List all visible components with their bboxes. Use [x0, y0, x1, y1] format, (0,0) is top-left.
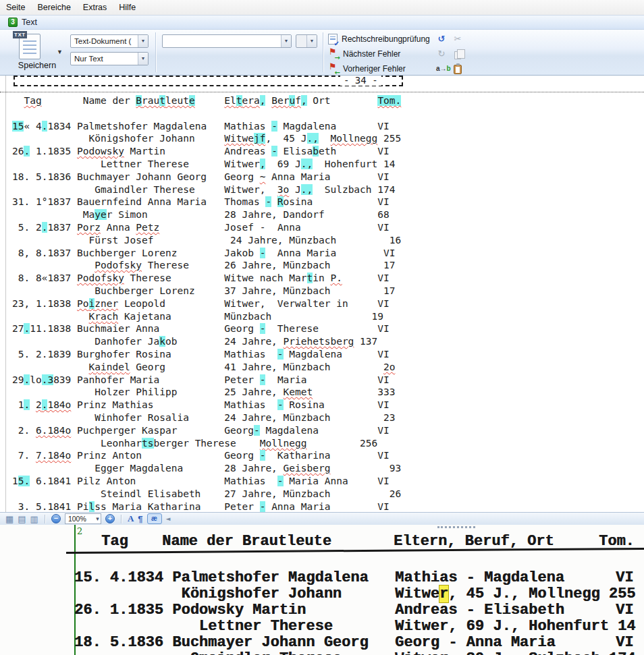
scan-row: Lettner ThereseWitwer, 69 J., Hohenfurt …	[0, 618, 644, 634]
collapse-arrow-icon[interactable]: ◄	[166, 515, 171, 522]
replace-b: b	[447, 65, 451, 72]
prev-error-flag-icon: ⚑←	[328, 63, 339, 74]
editor-line: 1. 2.184o Prinz Mathias Mathias - Rosina…	[12, 399, 401, 411]
paste-icon[interactable]	[454, 65, 462, 74]
spellcheck-icon	[328, 34, 338, 45]
combo-arrow-icon[interactable]	[138, 53, 148, 65]
editor-line: Gmaindler Therese Witwer, 3o J., Sulzbac…	[12, 183, 401, 196]
scan-row-left: 26. 1.1835 Podowsky Martin	[74, 602, 306, 619]
combo-arrow-icon[interactable]	[281, 35, 291, 47]
page-separator-line	[0, 92, 644, 92]
text-mode-value: Nur Text	[74, 55, 103, 63]
editor-line: Holzer Philipp 25 Jahre, Kemet 333	[12, 386, 401, 399]
zoom-in-button[interactable]: +	[105, 514, 115, 523]
editor-line: 27.11.1838 Buchmaier Anna Georg - Theres…	[12, 322, 401, 335]
next-error-flag-icon: ⚑→	[328, 49, 339, 59]
save-document-icon[interactable]: TXT	[19, 34, 41, 59]
editor-line: 15« 4.1834 Palmetshofer Magdalena Mathia…	[12, 120, 401, 133]
editor-text[interactable]: Tag Name der Brautleute Eltera, Beruf, O…	[12, 94, 401, 512]
spellcheck-label: Rechtschreibungprüfung	[342, 34, 430, 44]
doc-type-value: Text-Dokument (	[74, 37, 131, 45]
zoom-level-combo[interactable]: 100%	[65, 513, 101, 524]
scan-row: Gmaindler ThereseWitwer, 30 J., Sulzbach…	[0, 650, 644, 655]
editor-line: 29.lo.3839 Panhofer Maria Peter - Maria …	[12, 374, 401, 387]
zoom-out-button[interactable]: −	[51, 514, 61, 523]
scan-row-tom: VI	[616, 634, 633, 651]
editor-line: Königshofer Johann Witwejf, 45 J., Molln…	[12, 132, 401, 145]
next-error-label: Nächster Fehler	[343, 49, 400, 59]
prev-error-label: Vorheriger Fehler	[343, 64, 406, 74]
replace-icon[interactable]: a→b	[436, 65, 451, 72]
font-size-combo[interactable]	[296, 34, 317, 48]
scan-row-parents: Witwer, 45 J., Mollnegg 255	[395, 586, 635, 602]
menu-item-seite[interactable]: Seite	[0, 1, 32, 14]
menu-item-bereiche[interactable]: Bereiche	[32, 1, 77, 14]
menu-item-extras[interactable]: Extras	[77, 1, 113, 14]
scan-row-tom: VI	[616, 569, 633, 586]
spellcheck-button[interactable]: Rechtschreibungprüfung	[328, 32, 430, 46]
combo-arrow-icon[interactable]	[306, 35, 317, 47]
editor-line: Tag Name der Brautleute Eltera, Beruf, O…	[12, 94, 401, 107]
text-frame-border	[5, 76, 6, 512]
document-lines-icon	[23, 40, 36, 55]
scan-row: 26. 1.1835 Podowsky MartinAndreas - Elis…	[0, 602, 644, 618]
combo-arrow-icon[interactable]	[138, 35, 148, 47]
menubar: SeiteBereicheExtrasHilfe	[0, 0, 644, 15]
menu-item-hilfe[interactable]: Hilfe	[113, 1, 142, 14]
scan-header-col-2: Eltern, Beruf, Ort	[394, 533, 554, 550]
editor-line: 5. 2.1839 Burghofer Rosina Mathias - Mag…	[12, 348, 401, 361]
editor-line: 8. 8«1837 Podofsky Therese Witwe nach Ma…	[12, 272, 401, 285]
tab-text[interactable]: 3 Text	[0, 15, 644, 30]
zoom-level-value: 100%	[68, 515, 86, 523]
page-number-marker: - 34 -	[340, 76, 381, 86]
scan-row-parents: Mathias - Magdalena	[395, 569, 564, 586]
redo-icon[interactable]: ↻	[435, 49, 448, 59]
scan-row-tom: VI	[616, 602, 633, 619]
scan-row-left: Lettner Therese	[74, 618, 333, 635]
scan-row-parents: Andreas - Elisabeth	[395, 602, 564, 619]
statusbar-separator	[45, 515, 45, 523]
splitter-grip[interactable]	[437, 526, 475, 528]
layout-view-icon-3[interactable]: ▥	[30, 515, 38, 523]
cursor-char-highlight: r	[439, 586, 448, 602]
scan-row: 18. 5.1836 Buchmayer Johann GeorgGeorg -…	[0, 634, 644, 650]
undo-icon[interactable]: ↺	[435, 34, 448, 44]
editor-line: 23, 1.1838 Poizner Leopold Witwer, Verwa…	[12, 297, 401, 310]
scan-row-left: Gmaindler Therese	[74, 650, 342, 655]
scan-row-left: Königshofer Johann	[74, 586, 342, 602]
scan-row-left: 15. 4.1834 Palmetshofer Magdalena	[74, 569, 369, 586]
doc-type-combo[interactable]: Text-Dokument (	[70, 34, 149, 48]
editor-line: 2. 6.184o Puchperger Kaspar Georg- Magda…	[12, 424, 401, 437]
editor-line: 5. 2.1837 Porz Anna Petz Josef - Anna VI	[12, 221, 401, 234]
toolbar-separator	[155, 32, 156, 72]
scan-header-col-1: Name der Brautleute	[162, 533, 331, 550]
editor-line: Winhofer Rosalia 24 Jahre, Münzbach 23	[12, 411, 401, 424]
scan-row-parents: Georg - Anna Maria	[395, 634, 556, 651]
editor-line: 8, 8.1837 Buchberger Lorenz Jakob - Anna…	[12, 247, 401, 260]
editor-line: 3. 5.1841 Pilss Maria Katharina Peter - …	[12, 501, 401, 513]
text-editor-pane[interactable]: - 34 - Tag Name der Brautleute Eltera, B…	[0, 76, 644, 512]
editor-line: 31. 1°1837 Bauernfeind Anna Maria Thomas…	[12, 196, 401, 208]
scan-row-parents: Witwer, 69 J., Hohenfurt 14	[395, 618, 635, 635]
font-name-combo[interactable]	[162, 34, 292, 48]
region-number: 2	[77, 526, 82, 536]
paragraph-marks-button[interactable]: ¶	[138, 514, 142, 524]
font-properties-button[interactable]: A	[128, 513, 134, 524]
layout-view-icon-2[interactable]: ▤	[18, 515, 26, 523]
layout-view-icon-1[interactable]: ▦	[5, 515, 14, 523]
next-error-button[interactable]: ⚑→ Nächster Fehler	[328, 47, 400, 61]
copy-icon[interactable]	[454, 51, 461, 59]
scan-image-pane[interactable]: 2 TagName der BrautleuteEltern, Beruf, O…	[0, 525, 644, 655]
uncertain-chars-toggle[interactable]: æ	[147, 513, 162, 524]
text-mode-combo[interactable]: Nur Text	[70, 52, 149, 65]
prev-error-button[interactable]: ⚑← Vorheriger Fehler	[328, 62, 406, 76]
tab-badge: 3	[8, 18, 18, 27]
tab-label: Text	[22, 18, 37, 27]
scan-row: Königshofer JohannWitwer, 45 J., Mollneg…	[0, 586, 644, 602]
editor-line	[12, 107, 401, 120]
cut-icon[interactable]: ✂	[451, 34, 464, 44]
editor-line: Kaindel Georg 41 Jahre, Münzbach 2o	[12, 361, 401, 374]
save-button[interactable]: Speichern	[7, 61, 68, 70]
save-dropdown-arrow-icon[interactable]: ▼	[57, 49, 63, 55]
scan-row: 15. 4.1834 Palmetshofer MagdalenaMathias…	[0, 569, 644, 586]
